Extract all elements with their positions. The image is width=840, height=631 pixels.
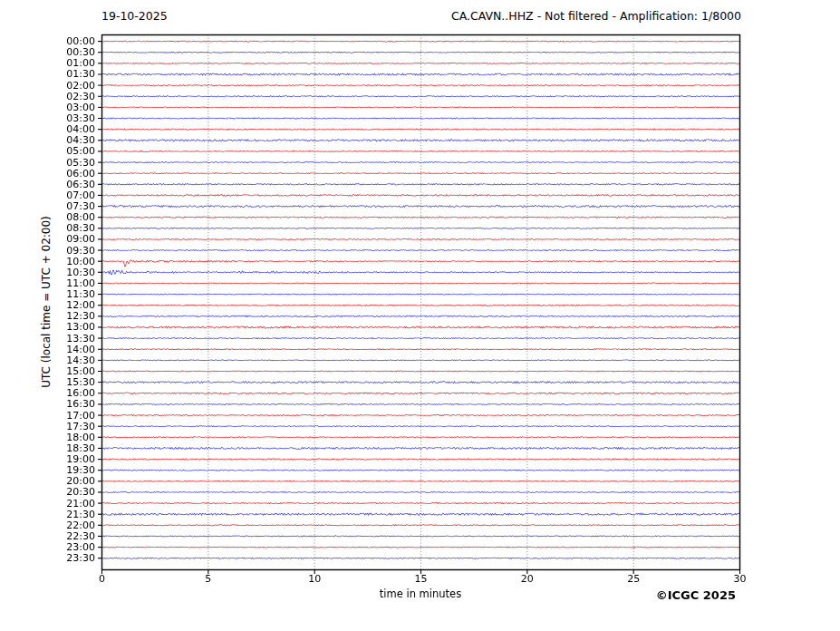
x-tick-label: 20: [509, 573, 546, 585]
y-tick-label: 14:00: [0, 344, 95, 355]
y-tick-label: 11:00: [0, 277, 95, 289]
x-tick-label: 25: [615, 573, 652, 585]
y-tick-label: 02:00: [0, 80, 95, 92]
y-tick-label: 18:00: [0, 432, 95, 443]
y-tick-label: 12:30: [0, 310, 95, 322]
y-tick-label: 06:00: [0, 168, 95, 180]
y-tick-label: 07:00: [0, 189, 95, 201]
copyright-text: ©ICGC 2025: [656, 588, 736, 602]
y-tick-label: 23:30: [0, 552, 95, 564]
y-tick-label: 05:30: [0, 157, 95, 169]
y-tick-label: 00:30: [0, 46, 95, 58]
y-tick-label: 13:30: [0, 333, 95, 345]
y-tick-label: 05:00: [0, 145, 95, 157]
helicorder-plot-canvas: [0, 0, 840, 631]
y-tick-label: 00:00: [0, 35, 95, 47]
y-tick-label: 01:00: [0, 57, 95, 69]
y-tick-label: 04:00: [0, 123, 95, 135]
y-tick-label: 06:30: [0, 179, 95, 190]
y-tick-label: 03:30: [0, 112, 95, 124]
x-axis-label: time in minutes: [380, 587, 461, 600]
y-tick-label: 11:30: [0, 288, 95, 300]
y-tick-label: 15:30: [0, 376, 95, 388]
y-tick-label: 04:30: [0, 134, 95, 146]
y-tick-label: 16:00: [0, 387, 95, 399]
seismogram-figure: 19-10-2025 CA.CAVN..HHZ - Not filtered -…: [0, 0, 840, 631]
y-tick-label: 15:00: [0, 365, 95, 377]
y-tick-label: 10:30: [0, 267, 95, 278]
y-tick-label: 13:00: [0, 321, 95, 333]
y-tick-label: 12:00: [0, 299, 95, 311]
y-tick-label: 21:30: [0, 509, 95, 520]
y-tick-label: 20:00: [0, 475, 95, 487]
x-tick-label: 15: [403, 573, 439, 585]
y-tick-label: 21:00: [0, 498, 95, 510]
y-tick-label: 19:00: [0, 453, 95, 465]
x-tick-label: 0: [84, 573, 121, 585]
y-tick-label: 09:30: [0, 245, 95, 257]
y-tick-label: 19:30: [0, 464, 95, 476]
y-tick-label: 16:30: [0, 398, 95, 410]
x-tick-label: 30: [722, 573, 758, 585]
y-tick-label: 14:30: [0, 354, 95, 366]
y-tick-label: 07:30: [0, 200, 95, 212]
y-tick-label: 20:30: [0, 486, 95, 498]
x-tick-label: 5: [190, 573, 227, 585]
y-tick-label: 22:00: [0, 519, 95, 531]
y-tick-label: 22:30: [0, 530, 95, 542]
y-tick-label: 23:00: [0, 541, 95, 553]
y-tick-label: 10:00: [0, 256, 95, 267]
y-tick-label: 02:30: [0, 91, 95, 102]
y-tick-label: 01:30: [0, 68, 95, 80]
y-tick-label: 08:00: [0, 211, 95, 223]
y-tick-label: 17:30: [0, 421, 95, 432]
y-tick-label: 09:00: [0, 233, 95, 245]
y-tick-label: 18:30: [0, 442, 95, 454]
y-tick-label: 17:00: [0, 410, 95, 422]
y-tick-label: 08:30: [0, 222, 95, 234]
y-tick-label: 03:00: [0, 102, 95, 113]
x-tick-label: 10: [296, 573, 333, 585]
